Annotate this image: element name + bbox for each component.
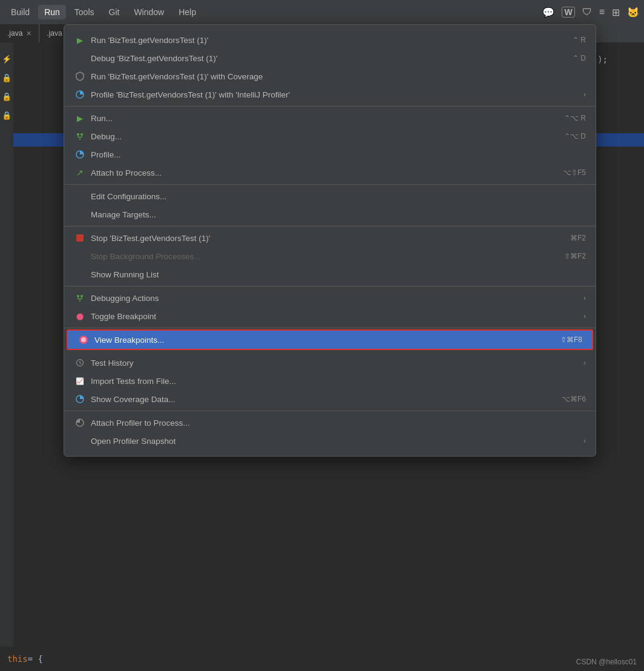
- edit-config-label: Edit Configurations...: [91, 192, 586, 201]
- debugging-actions-item[interactable]: Debugging Actions ›: [64, 289, 596, 307]
- menu-section-config: Edit Configurations... Manage Targets...: [64, 185, 596, 226]
- stop-icon-el: [74, 232, 86, 244]
- run-item[interactable]: Run... ⌃⌥ R: [64, 109, 596, 127]
- debug-biztest-shortcut: ⌃ D: [573, 54, 586, 62]
- debugging-actions-label: Debugging Actions: [91, 294, 579, 303]
- coverage-data-shortcut: ⌥⌘F6: [562, 395, 586, 403]
- attach-profiler-item[interactable]: Attach Profiler to Process...: [64, 414, 596, 432]
- debug-icon-el: [74, 130, 86, 142]
- run-biztest-item[interactable]: Run 'BizTest.getVendorsTest (1)' ⌃ R: [64, 31, 596, 49]
- run-dropdown-menu: Run 'BizTest.getVendorsTest (1)' ⌃ R Deb…: [64, 24, 596, 457]
- view-bp-label: View Breakpoints...: [94, 335, 560, 345]
- coverage-biztest-label: Run 'BizTest.getVendorsTest (1)' with Co…: [91, 72, 586, 81]
- test-history-icon-el: [74, 357, 86, 369]
- debugging-actions-arrow: ›: [583, 294, 586, 302]
- play-icon-run-biz: [74, 34, 86, 46]
- coverage-data-item[interactable]: Show Coverage Data... ⌥⌘F6: [64, 390, 596, 408]
- svg-point-6: [80, 295, 83, 297]
- open-snapshot-icon: [74, 435, 86, 447]
- debug-biztest-icon: [74, 52, 86, 64]
- stop-square-icon: [76, 234, 84, 242]
- attach-profiler-icon: [74, 417, 86, 429]
- profile-biztest-arrow: ›: [583, 90, 586, 99]
- view-breakpoints-item[interactable]: View Breakpoints... ⇧⌘F8: [68, 331, 592, 349]
- toggle-bp-icon-el: ⬤: [74, 310, 86, 322]
- attach-shortcut: ⌥⇧F5: [563, 168, 586, 177]
- profile-biztest-icon: [74, 88, 86, 101]
- open-snapshot-item[interactable]: Open Profiler Snapshot ›: [64, 432, 596, 450]
- run-shortcut: ⌃⌥ R: [564, 114, 586, 122]
- attach-item[interactable]: ↗ Attach to Process... ⌥⇧F5: [64, 164, 596, 182]
- svg-point-2: [80, 133, 83, 136]
- run-biztest-shortcut: ⌃ R: [573, 36, 586, 44]
- view-bp-shortcut: ⇧⌘F8: [560, 335, 582, 344]
- manage-targets-item[interactable]: Manage Targets...: [64, 205, 596, 223]
- dropdown-overlay: Run 'BizTest.getVendorsTest (1)' ⌃ R Deb…: [0, 0, 644, 671]
- debugging-actions-icon: [74, 292, 86, 304]
- menu-section-debug-actions: Debugging Actions › ⬤ Toggle Breakpoint …: [64, 286, 596, 328]
- test-history-label: Test History: [91, 359, 579, 368]
- menu-section-stop: Stop 'BizTest.getVendorsTest (1)' ⌘F2 St…: [64, 226, 596, 286]
- debug-item[interactable]: Debug... ⌃⌥ D: [64, 127, 596, 145]
- menu-section-profiler: Attach Profiler to Process... Open Profi…: [64, 411, 596, 452]
- play-icon-run: [74, 112, 86, 124]
- svg-point-1: [77, 133, 79, 136]
- import-tests-icon: 📈: [74, 375, 86, 387]
- attach-icon-el: ↗: [74, 167, 86, 179]
- attach-profiler-label: Attach Profiler to Process...: [91, 418, 586, 428]
- breakpoint-icon-el: [77, 334, 90, 346]
- show-running-icon: [74, 268, 86, 280]
- toggle-breakpoint-item[interactable]: ⬤ Toggle Breakpoint ›: [64, 307, 596, 325]
- manage-targets-icon: [74, 208, 86, 220]
- debug-label: Debug...: [91, 132, 564, 141]
- menu-section-generic: Run... ⌃⌥ R Debug... ⌃⌥ D Profile... ↗ A…: [64, 107, 596, 185]
- coverage-data-label: Show Coverage Data...: [91, 395, 562, 404]
- debug-biztest-label: Debug 'BizTest.getVendorsTest (1)': [91, 54, 573, 63]
- test-history-arrow: ›: [583, 359, 586, 367]
- open-snapshot-label: Open Profiler Snapshot: [91, 437, 579, 446]
- import-tests-item[interactable]: 📈 Import Tests from File...: [64, 372, 596, 390]
- open-snapshot-arrow: ›: [583, 437, 586, 445]
- run-label: Run...: [91, 114, 564, 123]
- stop-shortcut: ⌘F2: [570, 234, 586, 242]
- stop-label: Stop 'BizTest.getVendorsTest (1)': [91, 234, 570, 243]
- profile-item[interactable]: Profile...: [64, 145, 596, 164]
- toggle-bp-arrow: ›: [583, 312, 586, 320]
- edit-config-item[interactable]: Edit Configurations...: [64, 187, 596, 205]
- attach-label: Attach to Process...: [91, 168, 563, 177]
- menu-section-tests: Test History › 📈 Import Tests from File.…: [64, 351, 596, 411]
- test-history-item[interactable]: Test History ›: [64, 354, 596, 372]
- manage-targets-label: Manage Targets...: [91, 210, 586, 219]
- profile-biztest-item[interactable]: Profile 'BizTest.getVendorsTest (1)' wit…: [64, 85, 596, 104]
- coverage-biztest-item[interactable]: Run 'BizTest.getVendorsTest (1)' with Co…: [64, 67, 596, 85]
- show-running-item[interactable]: Show Running List: [64, 265, 596, 283]
- profile-biztest-label: Profile 'BizTest.getVendorsTest (1)' wit…: [91, 90, 579, 99]
- view-bp-highlight-box: View Breakpoints... ⇧⌘F8: [67, 329, 593, 350]
- debug-biztest-item[interactable]: Debug 'BizTest.getVendorsTest (1)' ⌃ D: [64, 49, 596, 67]
- import-tests-label: Import Tests from File...: [91, 377, 586, 386]
- svg-point-5: [77, 295, 79, 297]
- profile-icon-el: [74, 148, 86, 160]
- breakpoint-circle-icon: [79, 335, 88, 344]
- stop-bg-item: Stop Background Processes... ⇧⌘F2: [64, 247, 596, 265]
- stop-bg-label: Stop Background Processes...: [91, 252, 564, 261]
- profile-label: Profile...: [91, 150, 586, 159]
- debug-shortcut: ⌃⌥ D: [564, 132, 586, 140]
- coverage-data-icon-el: [74, 393, 86, 405]
- show-running-label: Show Running List: [91, 270, 586, 279]
- toggle-bp-label: Toggle Breakpoint: [91, 312, 579, 321]
- stop-bg-icon: [74, 250, 86, 262]
- run-biztest-label: Run 'BizTest.getVendorsTest (1)': [91, 36, 573, 45]
- stop-item[interactable]: Stop 'BizTest.getVendorsTest (1)' ⌘F2: [64, 229, 596, 247]
- coverage-biztest-icon: [74, 70, 86, 82]
- edit-config-icon: [74, 190, 86, 202]
- stop-bg-shortcut: ⇧⌘F2: [564, 252, 586, 260]
- menu-section-specific: Run 'BizTest.getVendorsTest (1)' ⌃ R Deb…: [64, 28, 596, 107]
